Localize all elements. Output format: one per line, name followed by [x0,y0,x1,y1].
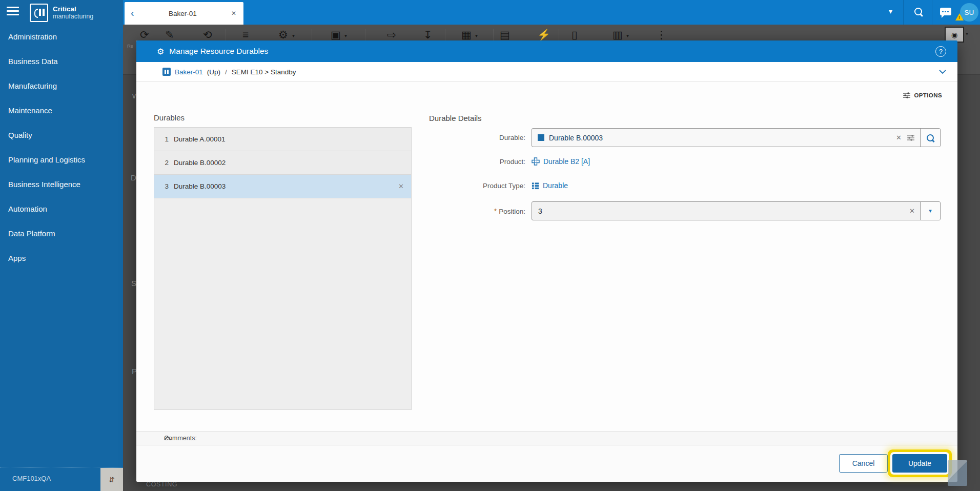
durable-field-label: Durable: [393,134,525,141]
product-type-link[interactable]: Durable [543,181,568,190]
copy-icon: ▣ [331,29,341,41]
grid-icon: ▥ [612,29,623,41]
topbar: ‹ Baker-01 ✕ ▾ SU [123,0,980,25]
report-icon: ▤ [500,29,510,41]
row-index: 1 [161,135,169,143]
sidebar-item-administration[interactable]: Administration [0,25,123,49]
sidebar-item-maintenance[interactable]: Maintenance [0,98,123,123]
background-fragment: D [131,173,136,182]
edit-icon: ✎ [165,29,174,41]
sidebar-item-planning-and-logistics[interactable]: Planning and Logistics [0,148,123,172]
background-section-costing: COSTING [146,481,177,488]
durable-details-heading: Durable Details [429,114,482,122]
row-name: Durable B.00002 [174,159,226,167]
caret-down-icon: ▾ [344,33,347,38]
position-field[interactable]: 3 ✕ ▾ [532,201,941,220]
resource-icon [162,68,171,76]
list-item-durable-b-00003-selected[interactable]: 3 Durable B.00003 ✕ [154,175,411,198]
screen-artifact [948,460,967,486]
position-label-text: Position: [499,208,525,215]
clear-field-icon[interactable]: ✕ [891,134,907,141]
dialog-footer: Cancel Update [136,445,957,482]
caret-down-icon: ▾ [626,33,629,38]
logo-icon [30,4,48,22]
product-type-icon [532,182,539,190]
sidebar-item-automation[interactable]: Automation [0,197,123,221]
clear-field-icon[interactable]: ✕ [904,207,920,215]
breadcrumb-separator: / [225,68,227,76]
lookup-search-button[interactable] [920,129,940,147]
caret-down-icon: ▾ [929,208,932,214]
chevron-up-icon[interactable] [164,435,947,442]
product-field-label: Product: [393,158,525,166]
row-name: Durable A.00001 [174,135,226,143]
resource-state: (Up) [207,68,220,76]
product-field: Durable B2 [A] [532,157,590,166]
logo-line2: manufacturing [53,13,93,20]
close-tab-icon[interactable]: ✕ [231,10,243,17]
row-index: 2 [161,159,169,167]
durable-type-icon [538,134,544,141]
sidebar-item-quality[interactable]: Quality [0,123,123,148]
product-icon [532,157,540,166]
durables-heading: Durables [154,113,185,122]
row-name: Durable B.00003 [174,182,226,190]
position-field-value: 3 [538,207,542,215]
sidebar-item-apps[interactable]: Apps [0,246,123,271]
chevron-down-icon[interactable] [939,68,946,76]
queue-icon: ≡ [242,29,249,41]
chat-icon[interactable] [940,8,951,15]
sidebar-item-manufacturing[interactable]: Manufacturing [0,74,123,98]
chevron-left-icon[interactable]: ‹ [125,8,134,19]
dialog-breadcrumb: Baker-01 (Up) / SEMI E10 > Standby [136,62,957,82]
help-icon[interactable]: ? [935,46,946,57]
sidebar-nav: Administration Business Data Manufacturi… [0,25,123,271]
toolbar-label-fragment: Re [127,43,136,49]
sidebar: Criticalmanufacturing Administration Bus… [0,0,123,491]
options-button[interactable]: OPTIONS [903,92,942,99]
app-logo: Criticalmanufacturing [30,4,93,22]
connection-status-icon[interactable]: ⇵ [100,468,123,491]
app-root: Criticalmanufacturing Administration Bus… [0,0,980,491]
search-icon [927,134,934,141]
search-icon[interactable] [914,8,922,17]
product-link[interactable]: Durable B2 [A] [543,157,590,166]
recycle-icon: ⟲ [203,29,212,41]
durable-field[interactable]: Durable B.00003 ✕ [532,128,941,147]
filter-icon[interactable] [907,134,920,141]
warning-icon [955,13,964,21]
list-item-durable-a-00001[interactable]: 1 Durable A.00001 [154,128,411,151]
cancel-button[interactable]: Cancel [839,454,888,473]
tab-title: Baker-01 [134,10,231,17]
product-type-field-label: Product Type: [393,182,525,190]
breadcrumb-resource-link[interactable]: Baker-01 [175,68,203,76]
environment-label: CMF101xQA [12,475,51,482]
manage-durables-icon: ⚙ [157,47,164,56]
dialog-title: Manage Resource Durables [169,47,268,56]
download-icon: ↧ [423,29,433,41]
sidebar-item-business-data[interactable]: Business Data [0,49,123,74]
sidebar-footer: CMF101xQA ⇵ [0,467,123,491]
comments-section[interactable]: Comments: [136,431,957,445]
update-button[interactable]: Update [892,454,947,473]
logo-line1: Critical [53,6,93,13]
list-item-durable-b-00002[interactable]: 2 Durable B.00002 [154,151,411,175]
options-icon [903,92,911,99]
menu-icon[interactable] [7,7,19,16]
tab-baker-01[interactable]: ‹ Baker-01 ✕ [125,2,243,25]
sidebar-item-data-platform[interactable]: Data Platform [0,221,123,246]
document-icon: ▯ [571,29,578,41]
sidebar-item-business-intelligence[interactable]: Business Intelligence [0,172,123,197]
refresh-icon: ⟳ [140,29,149,41]
manage-resource-durables-dialog: ⚙ Manage Resource Durables ? Baker-01 (U… [136,40,957,481]
caret-down-icon: ▾ [292,33,295,38]
options-label: OPTIONS [914,92,942,98]
row-index: 3 [161,182,169,190]
topbar-divider [903,0,904,25]
topbar-dropdown-icon[interactable]: ▾ [889,7,892,15]
caret-down-icon: ▾ [475,33,478,38]
required-mark: * [494,207,497,215]
background-fragment: S [131,279,136,288]
position-dropdown-button[interactable]: ▾ [920,202,940,220]
resource-e10-state: SEMI E10 > Standby [232,68,296,76]
